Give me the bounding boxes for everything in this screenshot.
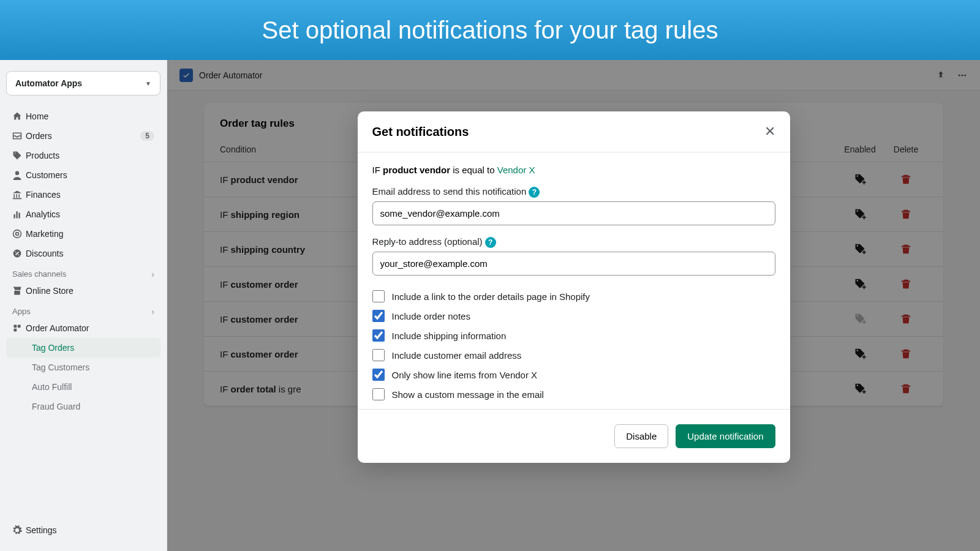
- app-selector-label: Automator Apps: [15, 78, 82, 88]
- checkbox-row: Include shipping information: [372, 326, 775, 345]
- update-button[interactable]: Update notification: [676, 424, 775, 448]
- close-button[interactable]: ✕: [764, 124, 775, 140]
- target-icon: [12, 229, 26, 239]
- checkbox[interactable]: [372, 388, 385, 400]
- nav-settings[interactable]: Settings: [6, 520, 160, 540]
- store-icon: [12, 286, 26, 296]
- nav-tag-orders[interactable]: Tag Orders: [6, 338, 160, 358]
- nav-tag-customers[interactable]: Tag Customers: [6, 358, 160, 377]
- inbox-icon: [12, 131, 26, 141]
- nav-order-automator[interactable]: Order Automator: [6, 318, 160, 338]
- checkbox[interactable]: [372, 290, 385, 302]
- reply-label: Reply-to address (optional)?: [372, 236, 775, 248]
- notifications-modal: Get notifications ✕ IF product vendor is…: [358, 111, 790, 463]
- nav-online-store[interactable]: Online Store: [6, 281, 160, 301]
- nav-orders[interactable]: Orders5: [6, 126, 160, 146]
- modal-overlay[interactable]: Get notifications ✕ IF product vendor is…: [167, 60, 980, 551]
- nav-products[interactable]: Products: [6, 146, 160, 165]
- checkbox-label: Include shipping information: [392, 331, 507, 341]
- banner: Set optional notifications for your tag …: [0, 0, 980, 60]
- svg-rect-7: [18, 324, 21, 328]
- checkbox[interactable]: [372, 310, 385, 322]
- svg-point-5: [18, 255, 20, 256]
- reply-input[interactable]: [372, 252, 775, 276]
- vendor-link[interactable]: Vendor X: [497, 165, 535, 175]
- chevron-right-icon: ›: [151, 269, 154, 279]
- nav-finances[interactable]: Finances: [6, 185, 160, 204]
- nav-home[interactable]: Home: [6, 107, 160, 126]
- chart-icon: [12, 209, 26, 219]
- main: Order Automator Order tag rules Conditio…: [167, 60, 980, 551]
- chevron-right-icon: ›: [151, 307, 154, 317]
- tag-icon: [12, 151, 26, 160]
- nav-customers[interactable]: Customers: [6, 165, 160, 185]
- chevron-down-icon: ▼: [145, 80, 151, 87]
- gear-icon: [12, 525, 26, 535]
- svg-rect-6: [13, 324, 17, 328]
- checkbox-row: Only show line items from Vendor X: [372, 365, 775, 384]
- checkbox-row: Show a custom message in the email: [372, 384, 775, 404]
- email-input[interactable]: [372, 201, 775, 225]
- banner-title: Set optional notifications for your tag …: [262, 17, 718, 44]
- person-icon: [12, 170, 26, 180]
- help-icon[interactable]: ?: [485, 237, 496, 248]
- checkbox-label: Include customer email address: [392, 350, 522, 361]
- svg-point-0: [15, 171, 19, 175]
- checkbox[interactable]: [372, 369, 385, 381]
- svg-point-2: [16, 233, 19, 236]
- app-icon: [12, 323, 26, 333]
- bank-icon: [12, 190, 26, 200]
- discount-icon: [12, 249, 26, 258]
- help-icon[interactable]: ?: [529, 187, 540, 198]
- orders-badge: 5: [140, 131, 154, 141]
- svg-point-4: [15, 252, 17, 253]
- modal-title: Get notifications: [372, 125, 469, 139]
- checkbox[interactable]: [372, 349, 385, 361]
- nav-apps[interactable]: Apps›: [6, 301, 160, 318]
- checkbox[interactable]: [372, 329, 385, 342]
- nav-sales-channels[interactable]: Sales channels›: [6, 263, 160, 281]
- checkbox-row: Include a link to the order details page…: [372, 287, 775, 306]
- checkbox-row: Include order notes: [372, 306, 775, 326]
- checkbox-label: Include order notes: [392, 311, 470, 321]
- app-selector[interactable]: Automator Apps ▼: [6, 71, 160, 96]
- home-icon: [12, 111, 26, 121]
- svg-point-1: [13, 230, 21, 238]
- nav-analytics[interactable]: Analytics: [6, 204, 160, 224]
- nav-list: Home Orders5 Products Customers Finances…: [6, 107, 160, 416]
- email-label: Email address to send this notification?: [372, 186, 775, 198]
- nav-marketing[interactable]: Marketing: [6, 224, 160, 244]
- checkbox-label: Only show line items from Vendor X: [392, 370, 538, 380]
- modal-condition: IF product vendor is equal to Vendor X: [372, 165, 775, 175]
- checkbox-row: Include customer email address: [372, 345, 775, 365]
- disable-button[interactable]: Disable: [614, 424, 668, 448]
- nav-auto-fulfill[interactable]: Auto Fulfill: [6, 377, 160, 397]
- svg-rect-8: [13, 329, 17, 332]
- checkbox-label: Show a custom message in the email: [392, 389, 544, 400]
- nav-discounts[interactable]: Discounts: [6, 244, 160, 263]
- checkbox-label: Include a link to the order details page…: [392, 291, 590, 302]
- nav-fraud-guard[interactable]: Fraud Guard: [6, 397, 160, 416]
- sidebar: Automator Apps ▼ Home Orders5 Products C…: [0, 60, 167, 551]
